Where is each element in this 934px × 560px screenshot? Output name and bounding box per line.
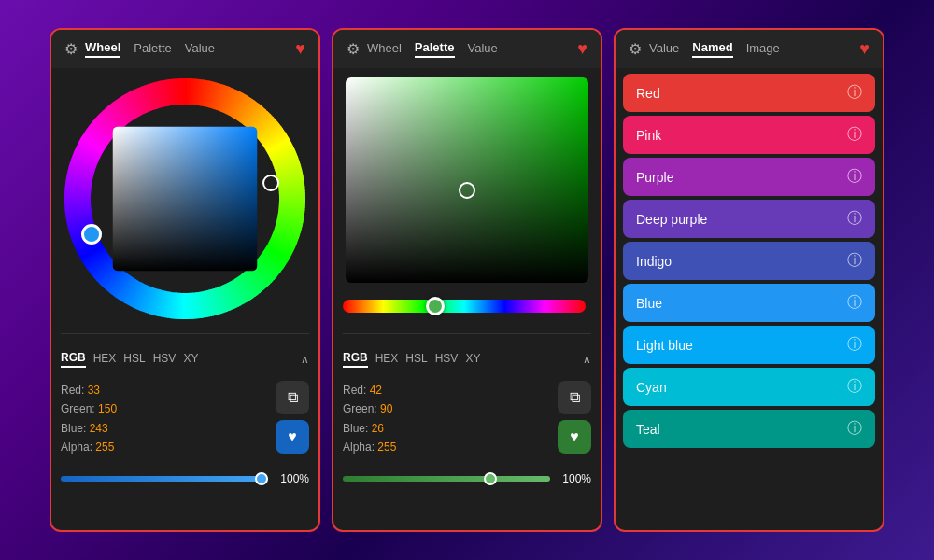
expand-icon[interactable]: ∧ [301, 353, 309, 366]
named-item-label: Teal [636, 422, 660, 437]
palette-expand-icon[interactable]: ∧ [583, 353, 591, 366]
wheel-canvas[interactable] [113, 127, 258, 272]
palette-val-tab-hsl[interactable]: HSL [405, 352, 427, 367]
info-icon[interactable]: ⓘ [847, 251, 862, 271]
palette-value-tabs-row: RGB HEX HSL HSV XY ∧ [343, 347, 591, 371]
palette-panel-header: ⚙ Wheel Palette Value ♥ [333, 30, 601, 68]
palette-cursor [459, 182, 475, 199]
named-tab-named[interactable]: Named [692, 40, 732, 58]
palette-tab-value[interactable]: Value [468, 41, 498, 57]
palette-alpha-value-text: Alpha: 255 [343, 438, 396, 456]
val-tab-xy[interactable]: XY [183, 352, 198, 367]
hue-slider-row [343, 300, 591, 313]
tab-palette[interactable]: Palette [134, 41, 171, 57]
wheel-panel-body: RGB HEX HSL HSV XY ∧ Red: 33 Green: 150 … [51, 68, 318, 530]
named-panel: ⚙ Value Named Image ♥ Red ⓘPink ⓘPurple … [614, 28, 884, 532]
palette-copy-button[interactable]: ⧉ [558, 381, 591, 414]
palette-save-button[interactable]: ♥ [558, 420, 591, 454]
palette-val-tab-xy[interactable]: XY [465, 352, 480, 367]
save-heart-button[interactable]: ♥ [276, 420, 309, 454]
palette-alpha-slider[interactable] [343, 476, 550, 482]
named-item-label: Light blue [636, 338, 693, 353]
wheel-inner-square[interactable] [113, 127, 258, 272]
wheel-rgba-values: Red: 33 Green: 150 Blue: 243 Alpha: 255 [61, 381, 117, 457]
tab-wheel[interactable]: Wheel [85, 40, 120, 58]
info-icon[interactable]: ⓘ [847, 419, 862, 439]
palette-heart-icon[interactable]: ♥ [577, 39, 587, 59]
named-item[interactable]: Light blue ⓘ [623, 326, 875, 364]
palette-tab-wheel[interactable]: Wheel [367, 41, 402, 57]
hue-thumb [426, 297, 445, 315]
named-item-label: Indigo [636, 254, 672, 269]
info-icon[interactable]: ⓘ [847, 293, 862, 313]
palette-panel: ⚙ Wheel Palette Value ♥ RGB [332, 28, 602, 532]
named-item[interactable]: Indigo ⓘ [623, 242, 875, 280]
named-item[interactable]: Deep purple ⓘ [623, 200, 875, 238]
palette-red-value: Red: 42 [343, 381, 396, 399]
palette-panel-body: RGB HEX HSL HSV XY ∧ Red: 42 Green: 90 B… [333, 68, 601, 530]
named-item-label: Red [636, 86, 660, 101]
named-item[interactable]: Blue ⓘ [623, 284, 875, 322]
palette-action-btns: ⧉ ♥ [558, 381, 591, 454]
palette-val-tab-rgb[interactable]: RGB [343, 351, 368, 368]
val-tab-hex[interactable]: HEX [93, 352, 117, 367]
val-tab-rgb[interactable]: RGB [61, 351, 86, 368]
palette-tab-palette[interactable]: Palette [415, 40, 455, 58]
blue-value: Blue: 243 [61, 419, 117, 438]
info-icon[interactable]: ⓘ [847, 209, 862, 229]
wheel-action-btns: ⧉ ♥ [276, 381, 309, 454]
palette-green-value: Green: 90 [343, 399, 396, 418]
named-tab-value[interactable]: Value [649, 41, 679, 57]
named-item[interactable]: Pink ⓘ [623, 116, 875, 154]
named-heart-icon[interactable]: ♥ [859, 39, 870, 59]
palette-alpha-slider-row: 100% [343, 472, 591, 485]
info-icon[interactable]: ⓘ [847, 167, 862, 187]
named-gear-icon[interactable]: ⚙ [629, 40, 642, 58]
named-panel-header: ⚙ Value Named Image ♥ [616, 30, 883, 68]
palette-alpha-thumb [484, 472, 497, 485]
named-item-label: Cyan [636, 380, 667, 395]
wheel-alpha-slider[interactable] [61, 476, 268, 482]
named-panel-body: Red ⓘPink ⓘPurple ⓘDeep purple ⓘIndigo ⓘ… [616, 68, 883, 530]
palette-rgba-values: Red: 42 Green: 90 Blue: 26 Alpha: 255 [343, 381, 396, 457]
val-tab-hsl[interactable]: HSL [123, 352, 145, 367]
named-tab-nav: Value Named Image [649, 40, 852, 58]
named-item-label: Purple [636, 170, 673, 185]
panels-container: ⚙ Wheel Palette Value ♥ [31, 9, 903, 551]
palette-divider [343, 333, 591, 334]
red-value: Red: 33 [61, 381, 117, 399]
wheel-panel-header: ⚙ Wheel Palette Value ♥ [51, 30, 318, 68]
palette-rgba-row: Red: 42 Green: 90 Blue: 26 Alpha: 255 ⧉ … [343, 381, 591, 457]
named-item[interactable]: Red ⓘ [623, 74, 875, 112]
info-icon[interactable]: ⓘ [847, 83, 862, 103]
named-item-label: Blue [636, 296, 662, 311]
named-tab-image[interactable]: Image [746, 41, 780, 57]
palette-tab-nav: Wheel Palette Value [367, 40, 570, 58]
hue-slider[interactable] [343, 300, 586, 313]
palette-val-tab-hex[interactable]: HEX [375, 352, 399, 367]
named-color-list: Red ⓘPink ⓘPurple ⓘDeep purple ⓘIndigo ⓘ… [623, 74, 875, 525]
wheel-rgba-row: Red: 33 Green: 150 Blue: 243 Alpha: 255 … [61, 381, 309, 457]
wheel-alpha-slider-row: 100% [61, 472, 309, 485]
color-wheel-container[interactable] [64, 77, 306, 320]
named-item[interactable]: Teal ⓘ [623, 410, 875, 448]
divider-1 [61, 333, 309, 334]
copy-button[interactable]: ⧉ [276, 381, 309, 414]
palette-alpha-label: 100% [558, 472, 591, 485]
wheel-alpha-thumb [255, 472, 268, 485]
val-tab-hsv[interactable]: HSV [153, 352, 177, 367]
tab-value[interactable]: Value [185, 41, 215, 57]
heart-icon[interactable]: ♥ [295, 39, 305, 59]
palette-gear-icon[interactable]: ⚙ [347, 40, 360, 58]
gear-icon[interactable]: ⚙ [64, 40, 78, 58]
info-icon[interactable]: ⓘ [847, 377, 862, 397]
palette-gradient-box[interactable] [346, 77, 588, 283]
palette-val-tab-hsv[interactable]: HSV [435, 352, 459, 367]
info-icon[interactable]: ⓘ [847, 125, 862, 145]
info-icon[interactable]: ⓘ [847, 335, 862, 355]
wheel-panel: ⚙ Wheel Palette Value ♥ [50, 28, 320, 532]
green-value: Green: 150 [61, 399, 117, 418]
palette-blue-value: Blue: 26 [343, 419, 396, 438]
named-item[interactable]: Cyan ⓘ [623, 368, 875, 406]
named-item[interactable]: Purple ⓘ [623, 158, 875, 196]
